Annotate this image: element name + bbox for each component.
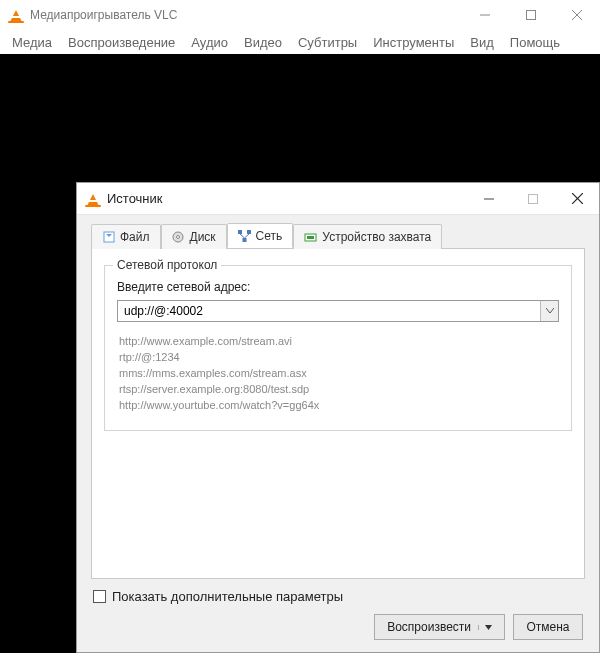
- tab-network-panel: Сетевой протокол Введите сетевой адрес: …: [91, 249, 585, 579]
- example-line: mms://mms.examples.com/stream.asx: [119, 366, 557, 382]
- svg-rect-5: [529, 194, 538, 203]
- network-protocol-group: Сетевой протокол Введите сетевой адрес: …: [104, 265, 572, 431]
- svg-line-16: [244, 234, 249, 238]
- svg-rect-14: [242, 238, 246, 242]
- main-window-title: Медиапроигрыватель VLC: [30, 8, 462, 22]
- minimize-button[interactable]: [462, 0, 508, 30]
- svg-rect-18: [307, 236, 314, 239]
- example-line: rtp://@:1234: [119, 350, 557, 366]
- main-menubar: Медиа Воспроизведение Аудио Видео Субтит…: [0, 30, 600, 54]
- menu-help[interactable]: Помощь: [502, 32, 568, 53]
- menu-video[interactable]: Видео: [236, 32, 290, 53]
- show-more-options-checkbox[interactable]: [93, 590, 106, 603]
- example-line: http://www.yourtube.com/watch?v=gg64x: [119, 398, 557, 414]
- svg-rect-13: [247, 230, 251, 234]
- main-window-controls: [462, 0, 600, 30]
- source-tabs: Файл Диск Сеть Устройство захвата: [91, 223, 585, 249]
- svg-point-11: [177, 236, 180, 239]
- network-icon: [238, 229, 251, 242]
- play-button-label: Воспроизвести: [387, 620, 471, 634]
- svg-rect-1: [527, 11, 536, 20]
- show-more-options-row[interactable]: Показать дополнительные параметры: [93, 589, 583, 604]
- close-button[interactable]: [554, 0, 600, 30]
- dialog-minimize-button[interactable]: [467, 183, 511, 215]
- svg-marker-19: [485, 625, 492, 630]
- chevron-down-icon: [546, 308, 554, 314]
- svg-line-15: [240, 234, 245, 238]
- example-line: http://www.example.com/stream.avi: [119, 334, 557, 350]
- tab-network[interactable]: Сеть: [227, 223, 294, 248]
- tab-disc[interactable]: Диск: [161, 224, 227, 249]
- cancel-button[interactable]: Отмена: [513, 614, 583, 640]
- menu-media[interactable]: Медиа: [4, 32, 60, 53]
- menu-playback[interactable]: Воспроизведение: [60, 32, 183, 53]
- dialog-titlebar: Источник: [77, 183, 599, 215]
- network-address-combobox[interactable]: [117, 300, 559, 322]
- example-line: rtsp://server.example.org:8080/test.sdp: [119, 382, 557, 398]
- tab-capture-label: Устройство захвата: [322, 230, 431, 244]
- maximize-button[interactable]: [508, 0, 554, 30]
- dialog-body: Файл Диск Сеть Устройство захвата: [77, 215, 599, 652]
- tab-file[interactable]: Файл: [91, 224, 161, 249]
- menu-view[interactable]: Вид: [462, 32, 502, 53]
- tab-file-label: Файл: [120, 230, 150, 244]
- menu-tools[interactable]: Инструменты: [365, 32, 462, 53]
- cancel-button-label: Отмена: [526, 620, 569, 634]
- menu-audio[interactable]: Аудио: [183, 32, 236, 53]
- main-titlebar: Медиапроигрыватель VLC: [0, 0, 600, 30]
- file-icon: [102, 231, 115, 244]
- tab-network-label: Сеть: [256, 229, 283, 243]
- svg-rect-12: [238, 230, 242, 234]
- open-media-dialog: Источник Файл Диск: [76, 182, 600, 653]
- network-address-label: Введите сетевой адрес:: [117, 280, 559, 294]
- tab-disc-label: Диск: [190, 230, 216, 244]
- play-button-dropdown[interactable]: [478, 625, 492, 630]
- disc-icon: [172, 231, 185, 244]
- dialog-title: Источник: [107, 191, 467, 206]
- url-examples: http://www.example.com/stream.avi rtp://…: [117, 332, 559, 416]
- capture-icon: [304, 231, 317, 244]
- vlc-cone-icon: [8, 7, 24, 23]
- menu-subtitles[interactable]: Субтитры: [290, 32, 365, 53]
- play-button[interactable]: Воспроизвести: [374, 614, 505, 640]
- tab-capture[interactable]: Устройство захвата: [293, 224, 442, 249]
- dialog-button-row: Воспроизвести Отмена: [91, 614, 585, 640]
- caret-down-icon: [485, 625, 492, 630]
- combobox-dropdown-button[interactable]: [540, 301, 558, 321]
- vlc-cone-icon: [85, 191, 101, 207]
- dialog-close-button[interactable]: [555, 183, 599, 215]
- dialog-maximize-button: [511, 183, 555, 215]
- show-more-options-label: Показать дополнительные параметры: [112, 589, 343, 604]
- network-address-input[interactable]: [118, 301, 540, 321]
- network-protocol-legend: Сетевой протокол: [113, 258, 221, 272]
